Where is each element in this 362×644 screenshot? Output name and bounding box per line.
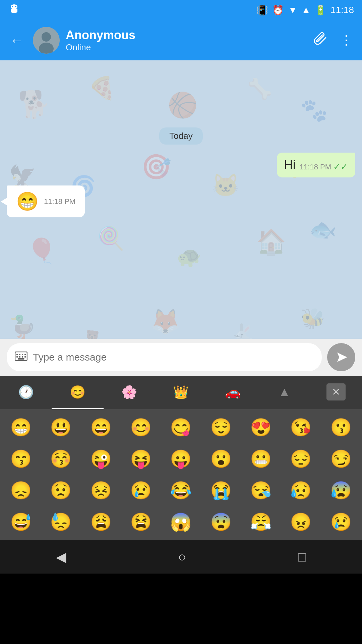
emoji-item[interactable]: 😚: [42, 444, 80, 474]
message-time: 11:18 PM: [44, 197, 75, 206]
back-nav-button[interactable]: ◀: [46, 544, 76, 569]
emoji-item[interactable]: 😛: [162, 444, 200, 474]
emoji-item[interactable]: 😝: [122, 444, 160, 474]
emoji-tab-recent[interactable]: 🕐: [0, 376, 52, 409]
emoji-item[interactable]: 😤: [242, 507, 280, 537]
emoji-item[interactable]: 😬: [242, 444, 280, 474]
svg-text:🐝: 🐝: [300, 307, 325, 330]
emoji-item[interactable]: 😊: [122, 413, 160, 442]
emoji-item[interactable]: 😃: [42, 413, 80, 442]
keyboard-icon[interactable]: [15, 352, 27, 363]
send-button[interactable]: [327, 343, 355, 371]
emoji-item[interactable]: 😂: [162, 476, 200, 505]
svg-text:🐇: 🐇: [230, 322, 257, 339]
emoji-item[interactable]: 😰: [322, 476, 360, 505]
message-ticks: ✓✓: [333, 162, 348, 172]
emoji-tab-royalty[interactable]: 👑: [155, 376, 207, 409]
svg-rect-34: [16, 356, 18, 358]
contact-info: Anonymous Online: [66, 28, 304, 53]
send-icon: [335, 351, 348, 364]
emoji-delete-button[interactable]: ✕: [310, 376, 362, 409]
emoji-item[interactable]: 😙: [2, 444, 40, 474]
emoji-item[interactable]: 😄: [82, 413, 120, 442]
emoji-item[interactable]: 😏: [322, 444, 360, 474]
emoji-item[interactable]: 😢: [122, 476, 160, 505]
back-button[interactable]: ←: [7, 30, 27, 51]
emoji-item[interactable]: 😅: [2, 507, 40, 537]
date-badge: Today: [159, 127, 202, 145]
status-bar-left: [8, 4, 20, 16]
message-input-wrapper[interactable]: [7, 343, 322, 371]
emoji-item[interactable]: 😗: [322, 413, 360, 442]
chat-messages: Today Hi 11:18 PM ✓✓ 😁 11:18 PM: [0, 60, 362, 224]
emoji-tab-nature[interactable]: 🌸: [104, 376, 155, 409]
message-text: Hi: [284, 158, 296, 172]
emoji-item[interactable]: 😫: [122, 507, 160, 537]
svg-rect-38: [18, 358, 24, 360]
svg-rect-5: [11, 8, 17, 13]
svg-rect-31: [19, 354, 20, 355]
emoji-item[interactable]: 😨: [202, 507, 240, 537]
emoji-item[interactable]: 😌: [202, 413, 240, 442]
emoji-item[interactable]: 😁: [2, 413, 40, 442]
svg-rect-30: [16, 354, 18, 355]
emoji-item[interactable]: 😣: [82, 476, 120, 505]
message-content: Hi 11:18 PM ✓✓: [284, 158, 348, 172]
emoji-item[interactable]: 😪: [242, 476, 280, 505]
emoji-item[interactable]: 😱: [162, 507, 200, 537]
emoji-grid: 😁 😃 😄 😊 😋 😌 😍 😘 😗 😙 😚 😜 😝 😛 😮 😬 😔 😏 😞 😟 …: [0, 409, 362, 540]
svg-rect-33: [24, 354, 26, 355]
svg-marker-39: [337, 353, 347, 362]
svg-text:🧸: 🧸: [79, 329, 104, 339]
emoji-item[interactable]: 😔: [282, 444, 320, 474]
svg-rect-35: [19, 356, 20, 358]
contact-name[interactable]: Anonymous: [66, 28, 304, 42]
emoji-item[interactable]: 😜: [82, 444, 120, 474]
emoji-tab-smileys[interactable]: 😊: [52, 376, 103, 409]
time-display: 11:18: [330, 5, 354, 15]
emoji-item[interactable]: 😩: [82, 507, 120, 537]
emoji-item[interactable]: 😮: [202, 444, 240, 474]
svg-text:🏠: 🏠: [256, 227, 287, 256]
svg-text:🎈: 🎈: [26, 236, 57, 265]
svg-point-2: [15, 6, 16, 7]
paperclip-icon: [313, 32, 328, 46]
svg-rect-37: [24, 356, 26, 358]
attach-button[interactable]: [310, 29, 330, 52]
input-area: [0, 339, 362, 376]
emoji-item[interactable]: 😘: [282, 413, 320, 442]
emoji-item[interactable]: 😭: [202, 476, 240, 505]
wifi-icon: ▼: [288, 5, 297, 15]
contact-avatar[interactable]: [33, 27, 60, 54]
more-options-button[interactable]: ⋮: [337, 30, 355, 50]
emoji-item[interactable]: 😓: [42, 507, 80, 537]
recent-nav-button[interactable]: □: [288, 545, 316, 569]
contact-status: Online: [66, 42, 304, 53]
svg-rect-36: [22, 356, 23, 358]
emoji-keyboard: 🕐 😊 🌸 👑 🚗 ▲ ✕ 😁 😃 😄 😊 😋 😌 😍: [0, 376, 362, 540]
svg-point-7: [42, 32, 51, 42]
emoji-tab-travel[interactable]: 🚗: [207, 376, 258, 409]
signal-icon: ▲: [301, 5, 311, 15]
emoji-item[interactable]: 😋: [162, 413, 200, 442]
emoji-tabs: 🕐 😊 🌸 👑 🚗 ▲ ✕: [0, 376, 362, 409]
emoji-item[interactable]: 😞: [2, 476, 40, 505]
svg-point-0: [11, 4, 17, 9]
emoji-item[interactable]: 😟: [42, 476, 80, 505]
battery-icon: 🔋: [315, 5, 326, 16]
emoji-tab-objects[interactable]: ▲: [258, 376, 310, 409]
emoji-item[interactable]: 😍: [242, 413, 280, 442]
message-meta: 11:18 PM ✓✓: [300, 162, 348, 172]
status-bar-right: 📳 ⏰ ▼ ▲ 🔋 11:18: [256, 5, 354, 16]
emoji-content: 😁: [16, 191, 39, 212]
svg-point-1: [12, 6, 13, 7]
message-time: 11:18 PM: [300, 163, 331, 171]
message-input[interactable]: [33, 352, 314, 363]
message-meta: 11:18 PM: [44, 197, 75, 206]
emoji-item[interactable]: 😠: [282, 507, 320, 537]
emoji-item[interactable]: 😢: [322, 507, 360, 537]
message-row: 😁 11:18 PM: [7, 185, 355, 217]
app-bar-actions: ⋮: [310, 29, 355, 52]
emoji-item[interactable]: 😥: [282, 476, 320, 505]
home-nav-button[interactable]: ○: [168, 545, 196, 569]
